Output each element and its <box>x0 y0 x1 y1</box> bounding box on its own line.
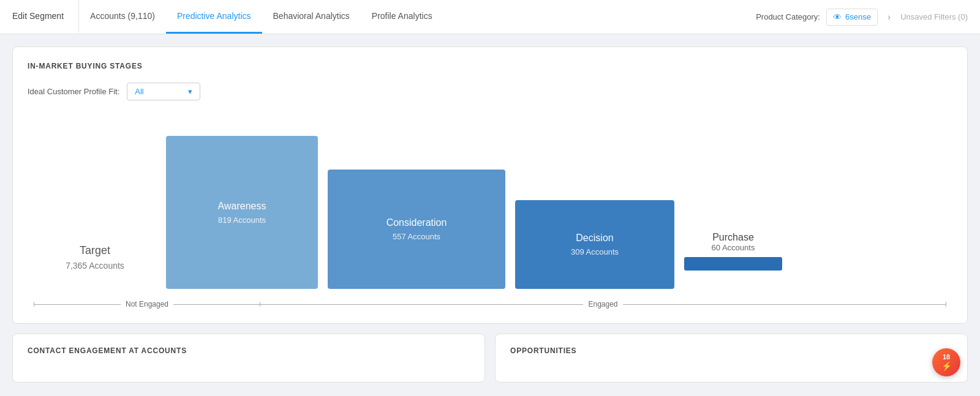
opportunities-card: OPPORTUNITIES <box>495 334 968 383</box>
predictive-analytics-tab[interactable]: Predictive Analytics <box>166 0 262 34</box>
accounts-label: Accounts (9,110) <box>90 11 155 21</box>
purchase-count: 60 Accounts <box>712 243 755 252</box>
edit-segment-tab[interactable]: Edit Segment <box>12 0 79 34</box>
stages-area: Target 7,365 Accounts Awareness 819 Acco… <box>28 118 952 289</box>
stage-decision-column: Decision 309 Accounts <box>515 200 674 289</box>
notification-icon: ⚡ <box>941 361 952 371</box>
dropdown-chevron-icon: ▾ <box>188 87 192 96</box>
stage-consideration[interactable]: Consideration 557 Accounts <box>328 170 505 289</box>
stage-purchase-column: Purchase 60 Accounts <box>684 232 782 289</box>
contact-engagement-card: CONTACT ENGAGEMENT AT ACCOUNTS <box>12 334 485 383</box>
nav-right-section: Product Category: 👁 6sense › Unsaved Fil… <box>756 0 968 34</box>
main-content: IN-MARKET BUYING STAGES Ideal Customer P… <box>0 34 980 395</box>
engaged-label: Engaged <box>583 300 622 308</box>
accounts-tab[interactable]: Accounts (9,110) <box>79 0 166 34</box>
notification-badge[interactable]: 18 ⚡ <box>932 348 960 376</box>
contact-engagement-title: CONTACT ENGAGEMENT AT ACCOUNTS <box>28 346 470 355</box>
profile-analytics-tab[interactable]: Profile Analytics <box>361 0 443 34</box>
purchase-name: Purchase <box>712 232 755 243</box>
eye-icon: 👁 <box>833 12 842 22</box>
consideration-count: 557 Accounts <box>393 232 440 241</box>
top-navigation: Edit Segment Accounts (9,110) Predictive… <box>0 0 980 34</box>
awareness-count: 819 Accounts <box>218 215 266 225</box>
buying-stages-title: IN-MARKET BUYING STAGES <box>28 62 952 70</box>
stage-consideration-column: Consideration 557 Accounts <box>328 170 505 289</box>
edit-segment-label: Edit Segment <box>12 11 64 21</box>
purchase-label: Purchase 60 Accounts <box>712 232 755 252</box>
buying-stages-card: IN-MARKET BUYING STAGES Ideal Customer P… <box>12 47 968 324</box>
predictive-analytics-label: Predictive Analytics <box>177 11 251 21</box>
buying-stages-chart: Target 7,365 Accounts Awareness 819 Acco… <box>28 118 952 308</box>
purchase-bar[interactable] <box>684 257 782 271</box>
engagement-row: Not Engaged Engaged <box>28 300 952 308</box>
chevron-right-icon: › <box>884 12 894 23</box>
behavioral-analytics-label: Behavioral Analytics <box>273 11 350 21</box>
product-category-value: 6sense <box>845 12 871 21</box>
icp-fit-label: Ideal Customer Profile Fit: <box>28 87 119 96</box>
icp-fit-value: All <box>135 87 143 96</box>
not-engaged-label: Not Engaged <box>121 300 173 308</box>
profile-analytics-label: Profile Analytics <box>372 11 432 21</box>
awareness-name: Awareness <box>218 201 266 212</box>
unsaved-filters-label[interactable]: Unsaved Filters (0) <box>900 12 968 21</box>
target-count: 7,365 Accounts <box>66 261 124 271</box>
stage-awareness[interactable]: Awareness 819 Accounts <box>166 136 318 289</box>
bottom-cards-row: CONTACT ENGAGEMENT AT ACCOUNTS OPPORTUNI… <box>12 334 968 383</box>
product-category-label: Product Category: <box>756 12 820 21</box>
product-category-select[interactable]: 👁 6sense <box>826 9 878 26</box>
target-name: Target <box>80 244 110 257</box>
stage-target[interactable]: Target 7,365 Accounts <box>34 244 156 289</box>
decision-name: Decision <box>576 233 613 244</box>
stage-awareness-column: Awareness 819 Accounts <box>166 136 318 289</box>
behavioral-analytics-tab[interactable]: Behavioral Analytics <box>262 0 361 34</box>
decision-count: 309 Accounts <box>571 247 619 256</box>
opportunities-title: OPPORTUNITIES <box>510 346 952 355</box>
icp-fit-row: Ideal Customer Profile Fit: All ▾ <box>28 83 952 100</box>
consideration-name: Consideration <box>386 217 447 228</box>
stage-decision[interactable]: Decision 309 Accounts <box>515 200 674 289</box>
icp-fit-select[interactable]: All ▾ <box>127 83 200 100</box>
notification-count: 18 <box>943 354 950 361</box>
